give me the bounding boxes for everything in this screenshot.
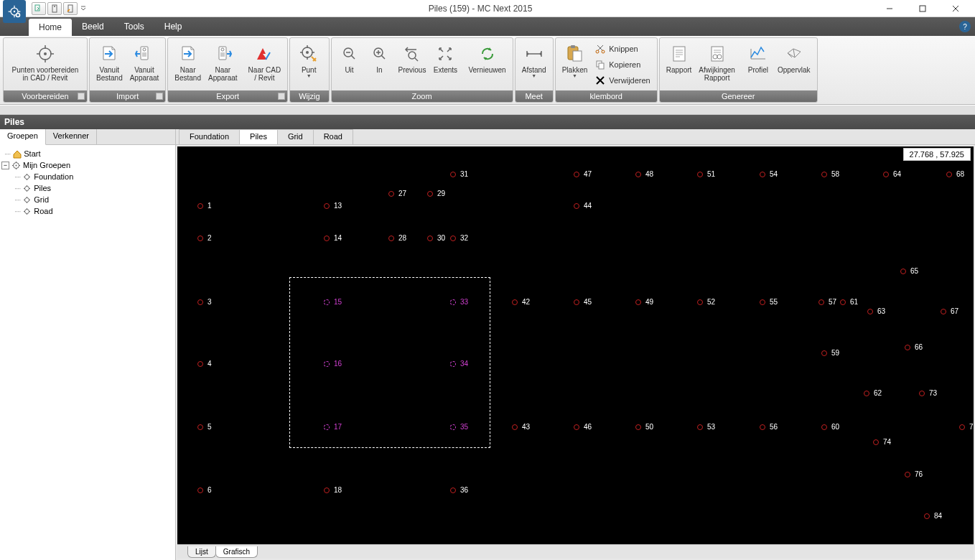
tab-groepen[interactable]: Groepen <box>0 129 46 145</box>
pile-point[interactable]: 55 <box>760 298 778 306</box>
qat-btn-2[interactable] <box>47 2 62 15</box>
profiel-button[interactable]: Profiel <box>742 40 774 89</box>
naar-cad-button[interactable]: Naar CAD / Revit <box>245 40 285 89</box>
tree-item-foundation[interactable]: ···· Foundation <box>1 171 174 182</box>
tab-road[interactable]: Road <box>313 129 353 144</box>
pile-point[interactable]: 43 <box>512 423 530 431</box>
naar-bestand-button[interactable]: Naar Bestand <box>171 40 205 89</box>
pile-point[interactable]: 54 <box>760 170 778 178</box>
pile-point[interactable]: 46 <box>574 423 592 431</box>
pile-point[interactable]: 42 <box>512 298 530 306</box>
qat-btn-3[interactable] <box>63 2 78 15</box>
pile-point[interactable]: 62 <box>864 389 882 397</box>
pile-point[interactable]: 5 <box>197 423 212 431</box>
plakken-button[interactable]: Plakken ▼ <box>559 40 592 89</box>
pile-point[interactable]: 48 <box>635 170 653 178</box>
pile-point[interactable]: 1 <box>197 202 212 210</box>
pile-point[interactable]: 57 <box>818 298 836 306</box>
tab-grafisch[interactable]: Grafisch <box>215 546 258 558</box>
qat-btn-1[interactable] <box>32 2 46 15</box>
menu-help[interactable]: Help <box>154 17 192 36</box>
close-button[interactable] <box>939 0 972 17</box>
tab-foundation[interactable]: Foundation <box>179 129 240 144</box>
pile-point[interactable]: 52 <box>697 298 715 306</box>
rapport-button[interactable]: Rapport <box>663 40 696 89</box>
pile-point[interactable]: 3 <box>197 298 212 306</box>
zoom-extents-button[interactable]: Extents <box>429 40 461 89</box>
afwijkingen-button[interactable]: Afwijkingen Rapport <box>695 40 739 89</box>
zoom-previous-button[interactable]: Previous <box>395 40 430 89</box>
pile-point[interactable]: 6 <box>197 486 212 494</box>
pile-point[interactable]: 32 <box>450 234 468 242</box>
pile-point[interactable]: 58 <box>821 170 839 178</box>
zoom-in-button[interactable]: In <box>365 40 395 89</box>
punt-button[interactable]: Punt ▼ <box>293 40 325 89</box>
menu-beeld[interactable]: Beeld <box>72 17 114 36</box>
pile-point[interactable]: 31 <box>450 170 468 178</box>
tab-lijst[interactable]: Lijst <box>187 546 216 558</box>
pile-point[interactable]: 64 <box>883 170 901 178</box>
pile-point[interactable]: 61 <box>840 298 858 306</box>
tab-verkenner[interactable]: Verkenner <box>46 129 97 144</box>
zoom-uit-button[interactable]: Uit <box>335 40 365 89</box>
pile-point[interactable]: 65 <box>900 267 918 275</box>
pile-point[interactable]: 29 <box>427 190 445 197</box>
pile-point[interactable]: 59 <box>821 349 839 357</box>
maximize-button[interactable] <box>906 0 939 17</box>
vernieuwen-button[interactable]: Vernieuwen <box>465 40 509 89</box>
pile-point[interactable]: 84 <box>924 512 942 520</box>
knippen-button[interactable]: Knippen <box>591 41 653 57</box>
export-launcher[interactable] <box>278 93 285 100</box>
pile-point[interactable]: 68 <box>946 170 964 178</box>
pile-point[interactable]: 76 <box>905 470 923 478</box>
kopieren-button[interactable]: Kopieren <box>591 57 653 73</box>
pile-point[interactable]: 49 <box>635 298 653 306</box>
tree-collapse-icon[interactable]: − <box>1 162 9 169</box>
pile-point[interactable]: 50 <box>635 423 653 431</box>
qat-dropdown[interactable] <box>79 2 88 15</box>
minimize-button[interactable] <box>873 0 906 17</box>
pile-point[interactable]: 13 <box>324 202 342 210</box>
pile-point[interactable]: 74 <box>873 438 891 446</box>
pile-point[interactable]: 67 <box>941 307 958 315</box>
help-icon[interactable]: ? <box>959 21 971 32</box>
tree-item-piles[interactable]: ···· Piles <box>1 182 174 194</box>
verwijderen-button[interactable]: Verwijderen <box>591 73 653 88</box>
tab-grid[interactable]: Grid <box>277 129 314 144</box>
naar-apparaat-button[interactable]: Naar Apparaat <box>205 40 241 89</box>
tree-item-grid[interactable]: ···· Grid <box>1 194 174 205</box>
pile-point[interactable]: 75 <box>959 423 974 431</box>
pile-point[interactable]: 47 <box>574 170 592 178</box>
pile-point[interactable]: 63 <box>867 307 885 315</box>
import-launcher[interactable] <box>156 93 163 100</box>
pile-point[interactable]: 30 <box>427 234 445 242</box>
pile-point[interactable]: 53 <box>697 423 715 431</box>
tree-item-start[interactable]: ···· Start <box>1 148 174 159</box>
pile-point[interactable]: 51 <box>697 170 715 178</box>
oppervlak-button[interactable]: Oppervlak <box>774 40 814 89</box>
vanuit-bestand-button[interactable]: Vanuit Bestand <box>93 40 126 89</box>
pile-point[interactable]: 27 <box>388 190 406 197</box>
pile-point[interactable]: 45 <box>574 298 592 306</box>
pile-point[interactable]: 2 <box>197 234 212 242</box>
pile-point[interactable]: 44 <box>574 202 592 210</box>
pile-point[interactable]: 18 <box>324 486 342 494</box>
pile-point[interactable]: 28 <box>388 234 406 242</box>
pile-point[interactable]: 36 <box>450 486 468 494</box>
pile-point[interactable]: 4 <box>197 360 212 368</box>
punten-voorbereiden-button[interactable]: Punten voorbereiden in CAD / Revit <box>6 40 84 89</box>
pile-point[interactable]: 56 <box>760 423 778 431</box>
voorbereiden-launcher[interactable] <box>78 93 85 100</box>
pile-point[interactable]: 66 <box>905 343 923 351</box>
canvas[interactable]: 1234561314151617182728293031323334353642… <box>177 146 974 544</box>
pile-point[interactable]: 60 <box>821 423 839 431</box>
vanuit-apparaat-button[interactable]: Vanuit Apparaat <box>126 40 163 89</box>
menu-home[interactable]: Home <box>29 19 72 36</box>
tree-item-road[interactable]: ···· Road <box>1 205 174 217</box>
tab-piles[interactable]: Piles <box>239 129 278 144</box>
menu-tools[interactable]: Tools <box>114 17 154 36</box>
pile-point[interactable]: 73 <box>919 389 937 397</box>
afstand-button[interactable]: Afstand ▼ <box>518 40 550 89</box>
pile-point[interactable]: 14 <box>324 234 342 242</box>
tree-item-mijn-groepen[interactable]: − Mijn Groepen <box>1 159 174 171</box>
